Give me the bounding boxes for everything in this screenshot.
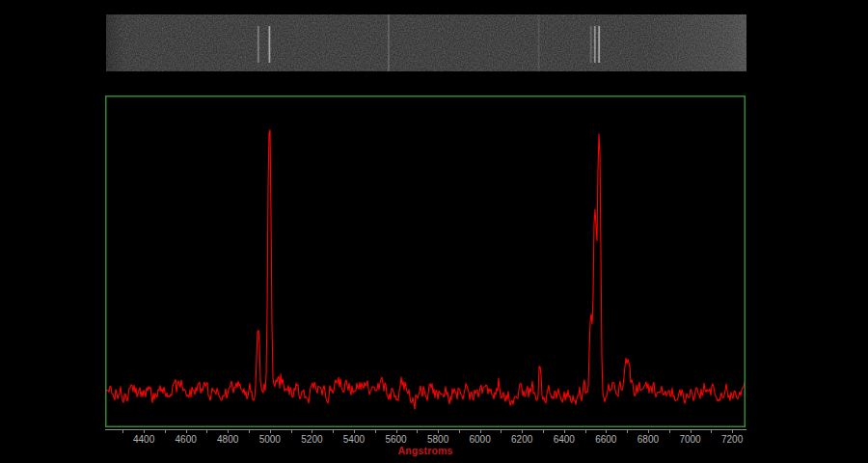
x-axis-tick (501, 430, 502, 433)
x-axis-tick (122, 430, 123, 433)
strip-vignette (106, 14, 746, 71)
x-axis-tick (186, 430, 187, 433)
x-axis-tick-label: 4800 (217, 434, 238, 445)
x-axis-tick (270, 430, 271, 433)
x-axis-tick (669, 430, 670, 433)
x-axis-tick (691, 430, 692, 433)
x-axis-tick (522, 430, 523, 433)
spectrum-profile-plot (105, 95, 746, 427)
x-axis-tick (144, 430, 145, 433)
x-axis-tick (606, 430, 607, 433)
x-axis-tick (627, 430, 628, 433)
spectrum-2d-image (106, 14, 746, 71)
spectrum-profile-panel (105, 95, 746, 427)
x-axis-tick-label: 6200 (511, 434, 532, 445)
x-axis-tick (438, 430, 439, 433)
x-axis-tick-label: 4400 (133, 434, 154, 445)
x-axis-tick (333, 430, 334, 433)
x-axis-tick (228, 430, 229, 433)
x-axis-tick (585, 430, 586, 433)
x-axis-tick (249, 430, 250, 433)
x-axis-tick (165, 430, 166, 433)
spectrum-app-screen: 4400460048005000520054005600580060006200… (0, 0, 868, 463)
x-axis-tick-label: 7200 (721, 434, 743, 445)
x-axis-line (105, 429, 746, 430)
x-axis-tick (417, 430, 418, 433)
x-axis-tick-label: 6400 (554, 434, 575, 445)
x-axis-tick (543, 430, 544, 433)
x-axis-tick (480, 430, 481, 433)
x-axis-tick-label: 6800 (637, 434, 659, 445)
x-axis-title: Angstroms (397, 445, 452, 456)
x-axis-tick-label: 6000 (469, 434, 490, 445)
x-axis-tick (564, 430, 565, 433)
x-axis-tick-label: 5600 (385, 434, 406, 445)
x-axis-tick (354, 430, 355, 433)
x-axis-tick-label: 7000 (679, 434, 700, 445)
x-axis-tick (312, 430, 312, 433)
x-axis-tick (375, 430, 376, 433)
x-axis-tick (396, 430, 397, 433)
x-axis-tick (291, 430, 292, 433)
x-axis-tick-label: 5000 (259, 434, 281, 445)
x-axis-tick-label: 5800 (427, 434, 448, 445)
x-axis-tick-label: 5200 (301, 434, 322, 445)
x-axis-tick (206, 430, 207, 433)
plot-frame-border (106, 96, 746, 427)
x-axis-tick (732, 430, 733, 433)
x-axis-tick-label: 6600 (595, 434, 616, 445)
x-axis-tick-label: 4600 (176, 434, 197, 445)
x-axis-tick (648, 430, 649, 433)
x-axis-tick (459, 430, 460, 433)
spectrum-trace (105, 130, 745, 409)
x-axis-tick-label: 5400 (343, 434, 365, 445)
x-axis-tick (711, 430, 712, 433)
spectrum-2d-strip-panel (106, 14, 746, 71)
